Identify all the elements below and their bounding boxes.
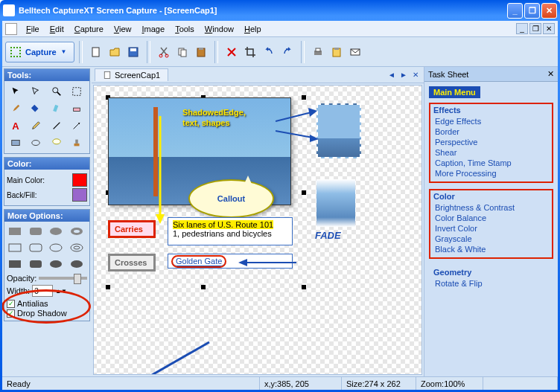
tool-stamp[interactable] [68,135,86,151]
menu-edit[interactable]: Edit [45,23,69,35]
tool-eraser[interactable] [68,100,86,117]
link-grayscale[interactable]: Grayscale [433,234,549,244]
titlebar[interactable]: Belltech CaptureXT Screen Capture - [Scr… [0,0,560,21]
back-fill-label: Back/Fill: [7,191,37,199]
tool-pointer[interactable] [7,83,25,100]
crop-button[interactable] [241,43,259,61]
tool-brush[interactable] [7,100,25,117]
save-button[interactable] [124,43,142,61]
tool-rect[interactable] [7,135,25,151]
width-spinner[interactable]: ▲▼ [55,288,67,295]
tab-nav-right[interactable]: ► [398,70,409,80]
link-color-balance[interactable]: Color Balance [433,213,549,223]
svg-rect-36 [9,260,21,268]
minimize-button[interactable]: _ [507,3,523,19]
link-edge-effects[interactable]: Edge Effects [433,116,549,126]
link-shear[interactable]: Shear [433,147,549,158]
svg-point-22 [32,141,40,146]
tool-text[interactable]: A [7,118,25,134]
shape-rect-outline[interactable] [7,240,23,255]
opacity-slider[interactable] [39,277,87,280]
link-more-processing[interactable]: More Processing [433,168,549,179]
menu-help[interactable]: Help [240,23,266,35]
close-button[interactable]: ✕ [541,3,557,19]
capture-button[interactable]: Capture ▼ [5,42,74,62]
link-caption[interactable]: Caption, Time Stamp [433,158,549,168]
shape-rect-solid[interactable] [7,257,23,271]
shape-rect-fill[interactable] [7,224,23,239]
mdi-minimize[interactable]: _ [516,23,528,34]
menu-tools[interactable]: Tools [171,23,199,35]
tool-zoom[interactable] [48,83,66,100]
delete-button[interactable] [223,43,241,61]
canvas[interactable]: ShadowedEdge,text, shapes Callout Carrie… [93,85,422,375]
link-bw[interactable]: Black & White [433,244,549,254]
left-sidebar: Tools: A [2,67,92,376]
svg-point-30 [74,230,80,233]
tool-bucket[interactable] [27,100,45,117]
svg-marker-48 [238,259,247,266]
antialias-label: Antialias [17,299,48,308]
main-toolbar: Capture ▼ [2,37,558,67]
shape-ellipse-solid[interactable] [48,257,64,271]
tool-pencil[interactable] [27,118,45,134]
fade-label: FADE [315,230,341,241]
dropshadow-checkbox[interactable]: ✓ [7,309,15,318]
doc-tab-screencap1[interactable]: ScreenCap1 [95,68,168,81]
svg-rect-18 [73,108,80,111]
link-brightness[interactable]: Brightness & Contrast [433,202,549,213]
crosses-label: Crosses [108,254,156,271]
menu-window[interactable]: Window [200,23,238,35]
tab-close[interactable]: ✕ [410,70,421,80]
shape-round-outline[interactable] [28,240,44,255]
menu-image[interactable]: Image [138,23,170,35]
maximize-button[interactable]: ❐ [524,3,540,19]
shape-ellipse-fill[interactable] [48,224,64,239]
clipboard-button[interactable] [328,43,346,61]
tool-callout[interactable] [48,135,66,151]
svg-point-23 [52,139,60,144]
new-button[interactable] [87,43,105,61]
shape-ellipse-outline[interactable] [48,240,64,255]
email-button[interactable] [346,43,364,61]
link-perspective[interactable]: Perspective [433,137,549,147]
paste-button[interactable] [192,43,210,61]
redo-button[interactable] [279,43,296,61]
section-geometry: Geometry Rotate & Flip [429,265,553,293]
task-sheet-close[interactable]: ✕ [547,69,554,79]
link-border[interactable]: Border [433,126,549,137]
shape-ring-solid[interactable] [69,257,85,271]
tool-line[interactable] [48,118,66,134]
shape-ring-outline[interactable] [69,240,85,255]
link-invert[interactable]: Invert Color [433,223,549,234]
undo-button[interactable] [260,43,278,61]
menu-capture[interactable]: Capture [70,23,108,35]
main-color-swatch[interactable] [72,173,87,187]
link-rotate-flip[interactable]: Rotate & Flip [433,278,549,289]
tool-select[interactable] [27,83,45,100]
cut-button[interactable] [155,43,173,61]
tab-nav-left[interactable]: ◄ [386,70,397,80]
shape-round-fill[interactable] [28,224,44,239]
svg-rect-0 [92,48,99,57]
mdi-restore[interactable]: ❐ [529,23,541,34]
tool-marquee[interactable] [68,83,86,100]
antialias-checkbox[interactable]: ✓ [7,300,15,308]
open-button[interactable] [106,43,124,61]
shape-ring-fill[interactable] [69,224,85,239]
selected-object[interactable]: ShadowedEdge,text, shapes Callout Carrie… [108,97,402,362]
copy-button[interactable] [174,43,191,61]
tool-highlighter[interactable] [48,100,66,117]
shape-round-solid[interactable] [28,257,44,271]
tool-arrow[interactable] [68,118,86,134]
menu-view[interactable]: View [109,23,136,35]
main-menu-badge: Main Menu [429,86,480,98]
svg-point-14 [52,88,57,93]
back-fill-swatch[interactable] [72,188,87,202]
tool-ellipse[interactable] [27,135,45,151]
mdi-close[interactable]: ✕ [543,23,555,34]
menu-file[interactable]: File [22,23,44,35]
print-button[interactable] [309,43,327,61]
svg-line-20 [73,123,78,129]
width-input[interactable] [32,285,53,297]
